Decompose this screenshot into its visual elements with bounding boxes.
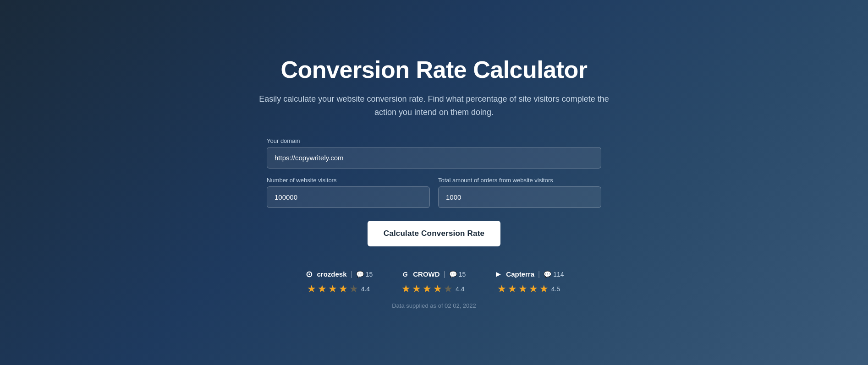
capterra-name: Capterra — [506, 270, 534, 278]
crozdesk-review-count: 15 — [366, 271, 373, 278]
crozdesk-divider: | — [351, 270, 352, 278]
g2crowd-reviews: 💬 15 — [449, 271, 466, 278]
star-1: ★ — [307, 283, 316, 295]
star-2: ★ — [508, 283, 517, 295]
page-subtitle: Easily calculate your website conversion… — [251, 93, 617, 119]
crozdesk-score: 4.4 — [361, 285, 370, 293]
rating-capterra: Capterra | 💬 114 ★ ★ ★ ★ ★ 4.5 — [493, 269, 564, 295]
capterra-chat-icon: 💬 — [544, 271, 551, 278]
crozdesk-reviews: 💬 15 — [356, 271, 373, 278]
rating-crozdesk: crozdesk | 💬 15 ★ ★ ★ ★ ★ 4.4 — [304, 269, 373, 295]
crozdesk-stars: ★ ★ ★ ★ ★ 4.4 — [307, 283, 370, 295]
g2crowd-review-count: 15 — [459, 271, 466, 278]
orders-field-group: Total amount of orders from website visi… — [438, 177, 601, 208]
crozdesk-logo: crozdesk — [304, 269, 346, 279]
g2crowd-stars: ★ ★ ★ ★ ★ 4.4 — [401, 283, 464, 295]
capterra-top: Capterra | 💬 114 — [493, 269, 564, 279]
g2crowd-top: CROWD | 💬 15 — [400, 269, 466, 279]
page-title: Conversion Rate Calculator — [281, 56, 588, 83]
star-half: ★ — [539, 283, 549, 295]
main-container: Conversion Rate Calculator Easily calcul… — [228, 56, 640, 309]
orders-input[interactable] — [438, 186, 601, 208]
capterra-divider: | — [538, 270, 540, 278]
capterra-stars: ★ ★ ★ ★ ★ 4.5 — [497, 283, 560, 295]
ratings-section: crozdesk | 💬 15 ★ ★ ★ ★ ★ 4.4 — [304, 269, 564, 295]
star-empty: ★ — [349, 283, 358, 295]
star-empty: ★ — [444, 283, 453, 295]
domain-input[interactable] — [267, 147, 601, 169]
crozdesk-chat-icon: 💬 — [356, 271, 364, 278]
star-2: ★ — [318, 283, 327, 295]
domain-field-group: Your domain — [267, 137, 601, 169]
calculate-button[interactable]: Calculate Conversion Rate — [368, 221, 500, 246]
domain-label: Your domain — [267, 137, 601, 144]
star-2: ★ — [412, 283, 421, 295]
star-4: ★ — [529, 283, 538, 295]
visitors-label: Number of website visitors — [267, 177, 430, 184]
crozdesk-icon — [304, 269, 314, 279]
visitors-field-group: Number of website visitors — [267, 177, 430, 208]
star-half: ★ — [339, 283, 348, 295]
g2-icon — [400, 269, 410, 279]
capterra-icon — [493, 269, 503, 279]
g2crowd-chat-icon: 💬 — [449, 271, 457, 278]
visitors-input[interactable] — [267, 186, 430, 208]
capterra-logo: Capterra — [493, 269, 534, 279]
capterra-score: 4.5 — [551, 285, 560, 293]
star-1: ★ — [401, 283, 411, 295]
g2crowd-score: 4.4 — [456, 285, 464, 293]
star-1: ★ — [497, 283, 506, 295]
rating-g2crowd: CROWD | 💬 15 ★ ★ ★ ★ ★ 4.4 — [400, 269, 466, 295]
g2crowd-logo: CROWD — [400, 269, 439, 279]
crozdesk-name: crozdesk — [317, 270, 346, 278]
star-3: ★ — [518, 283, 527, 295]
capterra-review-count: 114 — [553, 271, 564, 278]
crozdesk-top: crozdesk | 💬 15 — [304, 269, 373, 279]
star-3: ★ — [423, 283, 432, 295]
calculator-form: Your domain Number of website visitors T… — [267, 137, 601, 246]
g2crowd-name: CROWD — [413, 270, 439, 278]
g2crowd-divider: | — [444, 270, 445, 278]
star-half: ★ — [433, 283, 442, 295]
star-3: ★ — [328, 283, 337, 295]
two-col-row: Number of website visitors Total amount … — [267, 177, 601, 208]
data-note: Data supplied as of 02 02, 2022 — [392, 302, 476, 309]
capterra-reviews: 💬 114 — [544, 271, 564, 278]
orders-label: Total amount of orders from website visi… — [438, 177, 601, 184]
